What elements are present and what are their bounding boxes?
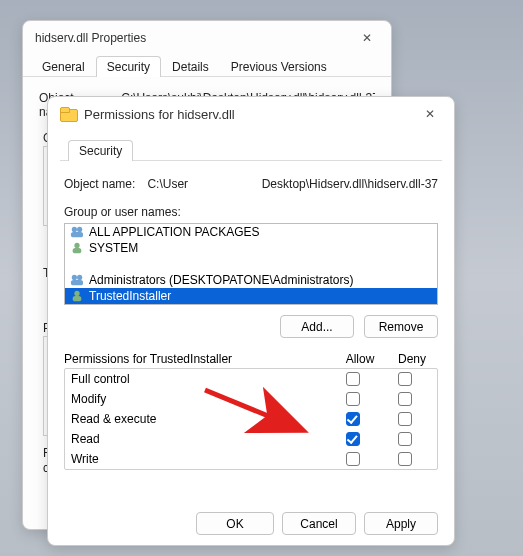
tabs: Security xyxy=(60,139,442,161)
window-title: Permissions for hidserv.dll xyxy=(84,107,235,122)
table-row: Modify xyxy=(65,389,437,409)
permission-label: Full control xyxy=(71,372,327,386)
close-icon[interactable]: ✕ xyxy=(414,102,446,126)
tab-security[interactable]: Security xyxy=(68,140,133,161)
svg-rect-14 xyxy=(73,296,82,301)
svg-point-6 xyxy=(77,227,82,232)
object-name-label: Object name: xyxy=(64,177,135,191)
table-row: Full control xyxy=(65,369,437,389)
add-button[interactable]: Add... xyxy=(280,315,354,338)
allow-checkbox[interactable] xyxy=(346,432,360,446)
group-section-label: Group or user names: xyxy=(64,205,438,219)
titlebar[interactable]: hidserv.dll Properties ✕ xyxy=(23,21,391,55)
principals-listbox[interactable]: ALL APPLICATION PACKAGESSYSTEMAdministra… xyxy=(64,223,438,305)
window-title: hidserv.dll Properties xyxy=(35,31,146,45)
principal-label: ALL APPLICATION PACKAGES xyxy=(89,225,260,239)
allow-col-label: Allow xyxy=(334,352,386,366)
tab-details[interactable]: Details xyxy=(161,56,220,77)
allow-checkbox[interactable] xyxy=(346,392,360,406)
close-icon[interactable]: ✕ xyxy=(351,26,383,50)
deny-checkbox[interactable] xyxy=(398,452,412,466)
object-path-left: C:\User xyxy=(147,177,188,191)
svg-point-5 xyxy=(72,227,77,232)
permissions-window: Permissions for hidserv.dll ✕ Security O… xyxy=(47,96,455,546)
svg-rect-9 xyxy=(73,248,82,253)
permissions-for-label: Permissions for TrustedInstaller xyxy=(64,352,334,366)
permissions-header: Permissions for TrustedInstaller Allow D… xyxy=(64,352,438,366)
folder-icon xyxy=(60,107,76,121)
permissions-table: Full controlModifyRead & executeReadWrit… xyxy=(64,368,438,470)
user-icon xyxy=(69,241,85,255)
apply-button[interactable]: Apply xyxy=(364,512,438,535)
object-name-row: Object name: C:\User Desktop\Hidserv.dll… xyxy=(64,165,438,191)
list-item[interactable]: ALL APPLICATION PACKAGES xyxy=(65,224,437,240)
list-item[interactable]: Administrators (DESKTOPATONE\Administrat… xyxy=(65,272,437,288)
deny-checkbox[interactable] xyxy=(398,392,412,406)
deny-col-label: Deny xyxy=(386,352,438,366)
deny-checkbox[interactable] xyxy=(398,432,412,446)
user-icon xyxy=(69,289,85,303)
svg-point-10 xyxy=(72,275,77,280)
principal-label: TrustedInstaller xyxy=(89,289,171,303)
allow-checkbox[interactable] xyxy=(346,372,360,386)
permission-label: Write xyxy=(71,452,327,466)
tab-security[interactable]: Security xyxy=(96,56,161,77)
principal-label: Administrators (DESKTOPATONE\Administrat… xyxy=(89,273,354,287)
group-icon xyxy=(69,225,85,239)
table-row: Read xyxy=(65,429,437,449)
svg-point-13 xyxy=(74,291,79,296)
table-row: Read & execute xyxy=(65,409,437,429)
group-icon xyxy=(69,273,85,287)
svg-rect-7 xyxy=(71,232,83,237)
list-item xyxy=(65,256,437,272)
object-path-right: Desktop\Hidserv.dll\hidserv.dll-37 xyxy=(262,177,438,191)
svg-point-11 xyxy=(77,275,82,280)
titlebar[interactable]: Permissions for hidserv.dll ✕ xyxy=(48,97,454,131)
cancel-button[interactable]: Cancel xyxy=(282,512,356,535)
remove-button[interactable]: Remove xyxy=(364,315,438,338)
deny-checkbox[interactable] xyxy=(398,372,412,386)
tabs: General Security Details Previous Versio… xyxy=(23,55,391,77)
deny-checkbox[interactable] xyxy=(398,412,412,426)
permission-label: Read xyxy=(71,432,327,446)
tab-previous-versions[interactable]: Previous Versions xyxy=(220,56,338,77)
principal-label: SYSTEM xyxy=(89,241,138,255)
allow-checkbox[interactable] xyxy=(346,412,360,426)
svg-point-8 xyxy=(74,243,79,248)
list-item[interactable]: SYSTEM xyxy=(65,240,437,256)
tab-general[interactable]: General xyxy=(31,56,96,77)
allow-checkbox[interactable] xyxy=(346,452,360,466)
permission-label: Read & execute xyxy=(71,412,327,426)
list-item[interactable]: TrustedInstaller xyxy=(65,288,437,304)
table-row: Write xyxy=(65,449,437,469)
svg-rect-12 xyxy=(71,280,83,285)
permission-label: Modify xyxy=(71,392,327,406)
ok-button[interactable]: OK xyxy=(196,512,274,535)
